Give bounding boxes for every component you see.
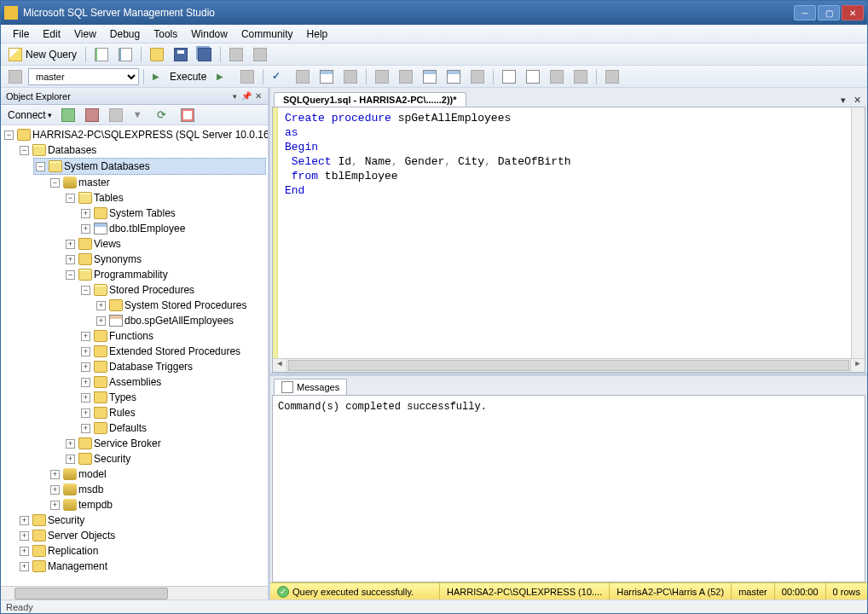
tree-stored-procedures[interactable]: −Stored Procedures	[79, 282, 266, 298]
expander-icon[interactable]: +	[81, 378, 90, 387]
oe-refresh-button[interactable]	[153, 106, 175, 125]
oe-properties-button[interactable]	[176, 106, 199, 125]
pin-icon[interactable]: 📌	[240, 90, 252, 102]
expander-icon[interactable]: +	[20, 531, 29, 541]
tree-service-broker[interactable]: +Service Broker	[64, 436, 266, 451]
tree-master[interactable]: −master	[49, 175, 266, 190]
expander-icon[interactable]: +	[81, 332, 90, 341]
expander-icon[interactable]: +	[66, 240, 75, 249]
tree-programmability[interactable]: −Programmability	[64, 267, 266, 282]
close-button[interactable]: ✕	[842, 5, 864, 20]
tree-msdb[interactable]: +msdb	[49, 482, 266, 497]
tree-dbo-tblemployee[interactable]: +dbo.tblEmployee	[79, 221, 266, 236]
dropdown-icon[interactable]: ▾	[229, 92, 240, 101]
menu-view[interactable]: View	[67, 26, 103, 42]
results-file-button[interactable]	[466, 67, 489, 86]
expander-icon[interactable]: +	[20, 562, 29, 571]
tree-tables[interactable]: −Tables	[64, 190, 266, 206]
results-grid-button[interactable]	[443, 67, 465, 86]
oe-disconnect-button[interactable]	[81, 106, 103, 125]
debug-button[interactable]	[212, 67, 234, 86]
expander-icon[interactable]: −	[66, 270, 75, 280]
expander-icon[interactable]: +	[50, 501, 60, 510]
tree-scrollbar[interactable]	[1, 586, 268, 600]
tree-db-triggers[interactable]: +Database Triggers	[79, 359, 266, 374]
minimize-button[interactable]: ─	[794, 5, 816, 20]
editor-vscrollbar[interactable]	[851, 107, 865, 358]
maximize-button[interactable]: ▢	[818, 5, 840, 20]
tree-functions[interactable]: +Functions	[79, 328, 266, 344]
expander-icon[interactable]: +	[50, 485, 60, 495]
menu-debug[interactable]: Debug	[103, 26, 147, 42]
save-all-button[interactable]	[194, 45, 216, 64]
expander-icon[interactable]: +	[81, 393, 90, 403]
expander-icon[interactable]: +	[50, 470, 60, 479]
tab-dropdown-icon[interactable]: ▾	[836, 93, 850, 107]
tree-root-security[interactable]: +Security	[18, 513, 266, 528]
cancel-query-button[interactable]	[236, 67, 258, 86]
query-options-button[interactable]	[315, 67, 338, 86]
tree-tempdb[interactable]: +tempdb	[49, 497, 266, 513]
tree-synonyms[interactable]: +Synonyms	[64, 252, 266, 267]
oe-connect-icon-button[interactable]	[57, 106, 79, 125]
menu-help[interactable]: Help	[300, 26, 335, 42]
expander-icon[interactable]: −	[66, 194, 75, 203]
editor-hscrollbar[interactable]	[273, 358, 865, 372]
tree-replication[interactable]: +Replication	[18, 543, 266, 559]
editor-tab[interactable]: SQLQuery1.sql - HARRISA2-PC\......2))*	[274, 92, 466, 107]
expander-icon[interactable]: +	[66, 255, 75, 264]
messages-output[interactable]: Command(s) completed successfully.	[272, 395, 865, 582]
registered-servers-button[interactable]	[249, 45, 271, 64]
new-query-button[interactable]: New Query	[4, 45, 81, 64]
expander-icon[interactable]: +	[81, 224, 90, 234]
object-tree[interactable]: −HARRISA2-PC\SQLEXPRESS (SQL Server 10.0…	[1, 125, 268, 586]
execute-button[interactable]: Execute	[148, 67, 211, 86]
expander-icon[interactable]: −	[20, 146, 29, 155]
new-project-button[interactable]	[90, 45, 113, 64]
results-text-button[interactable]	[419, 67, 441, 86]
specify-template-button[interactable]	[601, 67, 623, 86]
scrollbar-thumb[interactable]	[288, 360, 849, 371]
expander-icon[interactable]: +	[81, 362, 90, 372]
uncomment-button[interactable]	[522, 67, 544, 86]
comment-button[interactable]	[498, 67, 520, 86]
expander-icon[interactable]: +	[81, 408, 90, 418]
new-item-button[interactable]	[114, 45, 136, 64]
include-stats-button[interactable]	[395, 67, 417, 86]
expander-icon[interactable]: −	[81, 286, 90, 295]
database-combo[interactable]: master	[28, 68, 139, 85]
display-plan-button[interactable]	[292, 67, 314, 86]
oe-stop-button[interactable]	[105, 106, 127, 125]
close-panel-icon[interactable]: ✕	[252, 90, 264, 102]
tree-model[interactable]: +model	[49, 466, 266, 482]
include-plan-button[interactable]	[371, 67, 393, 86]
outdent-button[interactable]	[546, 67, 568, 86]
save-button[interactable]	[170, 45, 192, 64]
expander-icon[interactable]: −	[4, 130, 14, 140]
indent-button[interactable]	[570, 67, 592, 86]
tab-close-icon[interactable]: ✕	[850, 93, 864, 107]
activity-button[interactable]	[225, 45, 247, 64]
expander-icon[interactable]: +	[66, 455, 75, 464]
expander-icon[interactable]: +	[96, 316, 106, 326]
intellisense-button[interactable]	[339, 67, 362, 86]
editor-code[interactable]: Create procedure spGetAllEmployees as Be…	[278, 107, 851, 358]
expander-icon[interactable]: +	[20, 547, 29, 556]
tree-assemblies[interactable]: +Assemblies	[79, 374, 266, 390]
messages-tab[interactable]: Messages	[274, 379, 347, 395]
menu-file[interactable]: File	[6, 26, 36, 42]
sql-editor[interactable]: Create procedure spGetAllEmployees as Be…	[273, 107, 865, 358]
tree-management[interactable]: +Management	[18, 559, 266, 574]
tree-server[interactable]: −HARRISA2-PC\SQLEXPRESS (SQL Server 10.0…	[3, 127, 266, 142]
tree-system-tables[interactable]: +System Tables	[79, 206, 266, 221]
expander-icon[interactable]: −	[36, 162, 45, 171]
tree-rules[interactable]: +Rules	[79, 405, 266, 420]
expander-icon[interactable]: +	[20, 516, 29, 525]
tree-system-databases[interactable]: −System Databases	[33, 158, 266, 175]
oe-filter-button[interactable]	[129, 106, 151, 125]
tree-ext-sp[interactable]: +Extended Stored Procedures	[79, 344, 266, 359]
menu-edit[interactable]: Edit	[36, 26, 67, 42]
menu-window[interactable]: Window	[184, 26, 234, 42]
tree-server-objects[interactable]: +Server Objects	[18, 528, 266, 543]
expander-icon[interactable]: +	[66, 439, 75, 449]
